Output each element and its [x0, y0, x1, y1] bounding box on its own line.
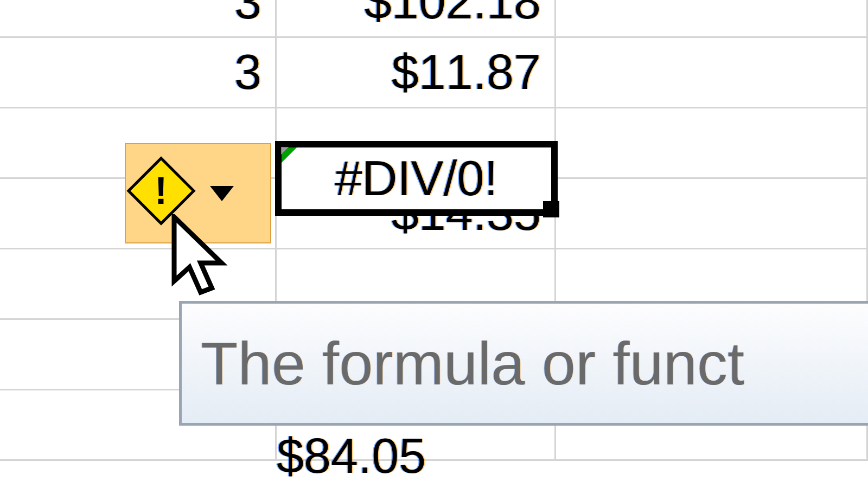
tooltip-text: The formula or funct [201, 329, 744, 399]
dropdown-arrow-icon[interactable] [210, 186, 234, 201]
partial-cell-value: $84.05 [277, 428, 426, 484]
cell-b2[interactable]: $11.87 [277, 38, 556, 108]
cell-c2[interactable] [556, 38, 868, 108]
cell-c4[interactable] [556, 179, 868, 249]
error-indicator-triangle-icon [282, 147, 297, 163]
fill-handle[interactable] [543, 201, 559, 217]
cell-a1[interactable]: 3 [0, 0, 277, 38]
cell-c3[interactable] [556, 108, 868, 179]
selected-cell-value: #DIV/0! [335, 151, 497, 207]
mouse-cursor-icon [168, 214, 239, 314]
selected-cell[interactable]: #DIV/0! [275, 141, 558, 216]
cell-a2[interactable]: 3 [0, 38, 277, 108]
error-tooltip: The formula or funct [179, 301, 868, 426]
cell-c1[interactable] [556, 0, 868, 38]
cell-b1[interactable]: $102.18 [277, 0, 556, 38]
